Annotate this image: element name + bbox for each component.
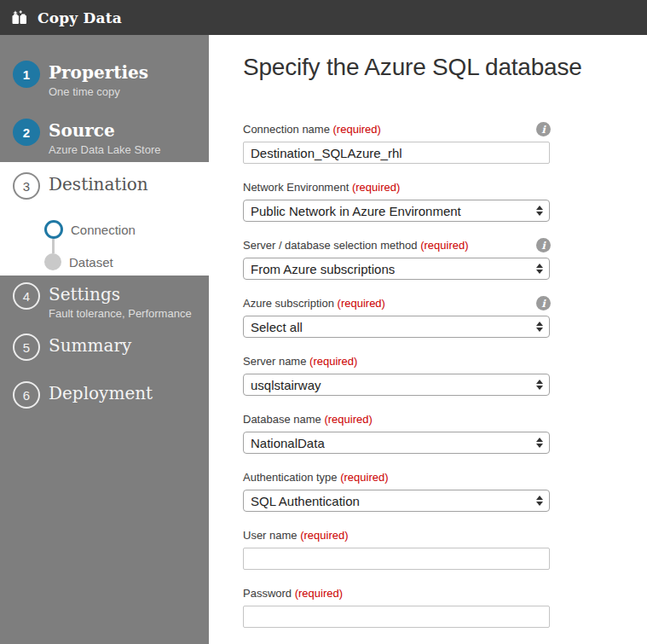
- substep-label: Connection: [71, 223, 136, 237]
- required-marker: (required): [295, 587, 343, 600]
- step-title: Source: [49, 120, 161, 141]
- field-label: Server / database selection method (requ…: [243, 239, 469, 252]
- step-subtitle: One time copy: [49, 84, 148, 99]
- sidebar-step-destination[interactable]: 3 Destination: [0, 172, 209, 200]
- field-network-environment: Network Environment (required) Public Ne…: [243, 180, 550, 222]
- required-marker: (required): [420, 239, 468, 252]
- authentication-type-select[interactable]: SQL Authentication: [243, 490, 550, 512]
- step-title: Deployment: [49, 383, 153, 403]
- field-authentication-type: Authentication type (required) SQL Authe…: [243, 470, 550, 512]
- field-password: Password (required): [243, 586, 550, 628]
- field-database-name: Database name (required) NationalData: [243, 412, 550, 454]
- page-title: Specify the Azure SQL database: [243, 54, 647, 81]
- required-marker: (required): [324, 413, 372, 426]
- required-marker: (required): [338, 297, 385, 310]
- sidebar-step-settings[interactable]: 4 Settings Fault tolerance, Performance: [0, 282, 209, 321]
- select-value: SQL Authentication: [251, 494, 360, 508]
- step-title: Destination: [49, 174, 148, 194]
- select-value: Select all: [251, 320, 303, 334]
- step-title: Settings: [49, 284, 192, 305]
- required-marker: (required): [352, 181, 400, 194]
- select-stepper-icon: [536, 496, 543, 506]
- step-title: Summary: [49, 335, 131, 356]
- sidebar-band-upcoming: 4 Settings Fault tolerance, Performance …: [0, 276, 209, 644]
- info-icon[interactable]: i: [536, 296, 551, 310]
- select-stepper-icon: [536, 206, 543, 216]
- connection-name-input[interactable]: [243, 142, 550, 164]
- info-icon[interactable]: i: [536, 238, 551, 252]
- substep-connection[interactable]: Connection: [44, 213, 209, 246]
- substep-dataset[interactable]: Dataset: [44, 246, 209, 278]
- destination-substeps: Connection Dataset: [44, 213, 209, 278]
- step-title: Properties: [49, 62, 148, 83]
- select-value: Public Network in Azure Environment: [251, 204, 461, 218]
- sidebar-step-source[interactable]: 2 Source Azure Data Lake Store: [0, 119, 209, 157]
- main-panel: Specify the Azure SQL database Connectio…: [209, 35, 647, 644]
- required-marker: (required): [309, 355, 357, 368]
- wizard-steps-sidebar: 1 Properties One time copy 2 Source Azur…: [0, 35, 209, 644]
- field-label: Connection name (required): [243, 123, 381, 136]
- sidebar-step-properties[interactable]: 1 Properties One time copy: [0, 61, 209, 99]
- substep-connector-line: [52, 239, 55, 253]
- azure-subscription-select[interactable]: Select all: [243, 316, 550, 338]
- field-label: User name (required): [243, 529, 349, 542]
- topbar: Copy Data: [0, 0, 647, 35]
- field-label: Password (required): [243, 587, 343, 600]
- copy-data-icon: [9, 7, 31, 29]
- field-connection-name: Connection name (required) i: [243, 122, 550, 164]
- select-value: From Azure subscriptions: [251, 262, 395, 276]
- select-stepper-icon: [536, 322, 543, 332]
- azure-sql-form: Connection name (required) i Network Env…: [243, 122, 550, 628]
- field-server-name: Server name (required) usqlstairway: [243, 354, 550, 396]
- step-number-badge: 2: [13, 119, 40, 146]
- step-number-badge: 3: [13, 172, 40, 200]
- field-label: Server name (required): [243, 355, 357, 368]
- sidebar-band-completed: 1 Properties One time copy 2 Source Azur…: [0, 35, 209, 162]
- network-environment-select[interactable]: Public Network in Azure Environment: [243, 200, 550, 222]
- step-number-badge: 4: [13, 282, 40, 310]
- substep-pending-circle-icon: [44, 253, 61, 270]
- required-marker: (required): [333, 123, 381, 136]
- database-name-select[interactable]: NationalData: [243, 432, 550, 454]
- select-value: usqlstairway: [251, 378, 321, 392]
- sidebar-step-summary[interactable]: 5 Summary: [0, 334, 209, 361]
- select-value: NationalData: [251, 436, 325, 450]
- select-stepper-icon: [536, 264, 543, 274]
- required-marker: (required): [340, 471, 388, 484]
- info-icon[interactable]: i: [536, 122, 551, 136]
- required-marker: (required): [300, 529, 348, 542]
- step-number-badge: 6: [13, 381, 40, 409]
- sidebar-band-current: 3 Destination Connection Dataset: [0, 162, 209, 276]
- selection-method-select[interactable]: From Azure subscriptions: [243, 258, 550, 280]
- app-title: Copy Data: [38, 9, 122, 26]
- step-number-badge: 5: [13, 334, 40, 361]
- step-subtitle: Fault tolerance, Performance: [49, 306, 192, 321]
- substep-active-circle-icon: [44, 220, 63, 239]
- field-label: Network Environment (required): [243, 181, 400, 194]
- step-number-badge: 1: [13, 61, 40, 88]
- field-label: Database name (required): [243, 413, 373, 426]
- select-stepper-icon: [536, 438, 543, 448]
- server-name-select[interactable]: usqlstairway: [243, 374, 550, 396]
- sidebar-step-deployment[interactable]: 6 Deployment: [0, 381, 209, 409]
- password-input[interactable]: [243, 606, 550, 628]
- field-user-name: User name (required): [243, 528, 550, 570]
- field-azure-subscription: Azure subscription (required) i Select a…: [243, 296, 550, 338]
- field-label: Azure subscription (required): [243, 297, 385, 310]
- select-stepper-icon: [536, 380, 543, 390]
- substep-label: Dataset: [69, 255, 113, 270]
- field-selection-method: Server / database selection method (requ…: [243, 238, 550, 280]
- step-subtitle: Azure Data Lake Store: [49, 142, 161, 157]
- field-label: Authentication type (required): [243, 471, 389, 484]
- user-name-input[interactable]: [243, 548, 550, 570]
